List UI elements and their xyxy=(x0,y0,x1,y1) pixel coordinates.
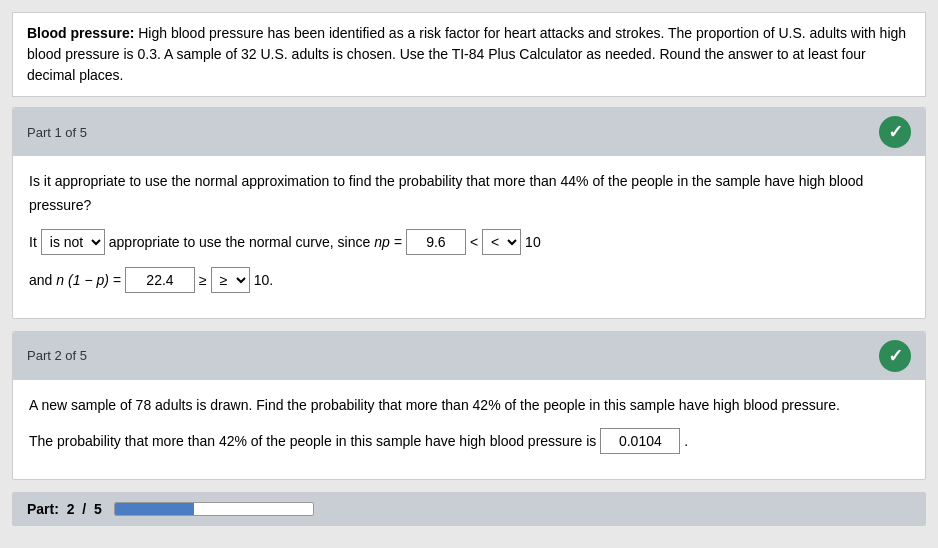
part1-row2-and: and xyxy=(29,266,52,294)
part1-row1: It is is not appropriate to use the norm… xyxy=(29,228,909,256)
part1-row2-ge: ≥ xyxy=(199,266,207,294)
part1-body: Is it appropriate to use the normal appr… xyxy=(13,156,925,318)
intro-text: High blood pressure has been identified … xyxy=(27,25,906,83)
part2-body: A new sample of 78 adults is drawn. Find… xyxy=(13,380,925,480)
part2-check-icon: ✓ xyxy=(879,340,911,372)
part1-appropriate-dropdown[interactable]: is is not xyxy=(41,229,105,255)
part1-lt-symbol: < xyxy=(470,228,478,256)
bottom-bar-total: 5 xyxy=(94,501,102,517)
part1-np1p-label: n (1 − p) = xyxy=(56,266,121,294)
bottom-bar-current: 2 xyxy=(67,501,75,517)
part1-row1-it: It xyxy=(29,228,37,256)
progress-bar-fill xyxy=(115,503,194,515)
part2-line1: A new sample of 78 adults is drawn. Find… xyxy=(29,394,909,418)
bottom-bar-part-label: Part: 2 / 5 xyxy=(27,501,102,517)
part1-title: Part 1 of 5 xyxy=(27,125,87,140)
part1-row1-threshold: 10 xyxy=(525,228,541,256)
part2-probability-input[interactable] xyxy=(600,428,680,454)
part1-question: Is it appropriate to use the normal appr… xyxy=(29,170,909,218)
intro-bold: Blood pressure: xyxy=(27,25,134,41)
part1-row2-threshold: 10. xyxy=(254,266,273,294)
part2-answer-row: The probability that more than 42% of th… xyxy=(29,427,909,455)
part2-line2-suffix: . xyxy=(684,427,688,455)
part1-comparator-dropdown[interactable]: < ≤ > ≥ xyxy=(482,229,521,255)
bottom-bar: Part: 2 / 5 xyxy=(12,492,926,526)
part2-card: Part 2 of 5 ✓ A new sample of 78 adults … xyxy=(12,331,926,481)
intro-block: Blood pressure: High blood pressure has … xyxy=(12,12,926,97)
part2-header: Part 2 of 5 ✓ xyxy=(13,332,925,380)
part2-title: Part 2 of 5 xyxy=(27,348,87,363)
part1-header: Part 1 of 5 ✓ xyxy=(13,108,925,156)
part1-row1-suffix1: appropriate to use the normal curve, sin… xyxy=(109,228,370,256)
progress-bar-container xyxy=(114,502,314,516)
part2-line2-prefix: The probability that more than 42% of th… xyxy=(29,427,596,455)
part1-row2: and n (1 − p) = ≥ < ≤ > ≥ 10. xyxy=(29,266,909,294)
part1-comparator2-dropdown[interactable]: < ≤ > ≥ xyxy=(211,267,250,293)
part1-np1p-input[interactable] xyxy=(125,267,195,293)
part1-np-label: np = xyxy=(374,228,402,256)
part1-check-icon: ✓ xyxy=(879,116,911,148)
part1-card: Part 1 of 5 ✓ Is it appropriate to use t… xyxy=(12,107,926,319)
part1-np-input[interactable] xyxy=(406,229,466,255)
